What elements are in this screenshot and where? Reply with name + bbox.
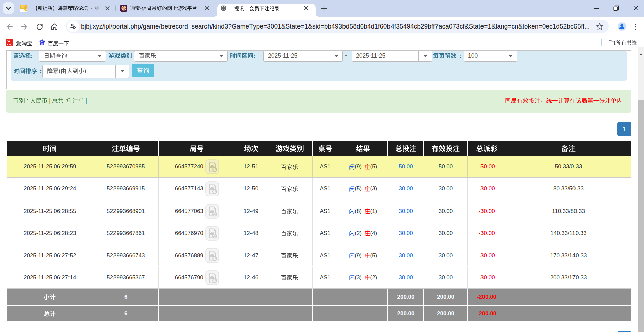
- svg-text:du: du: [41, 43, 44, 45]
